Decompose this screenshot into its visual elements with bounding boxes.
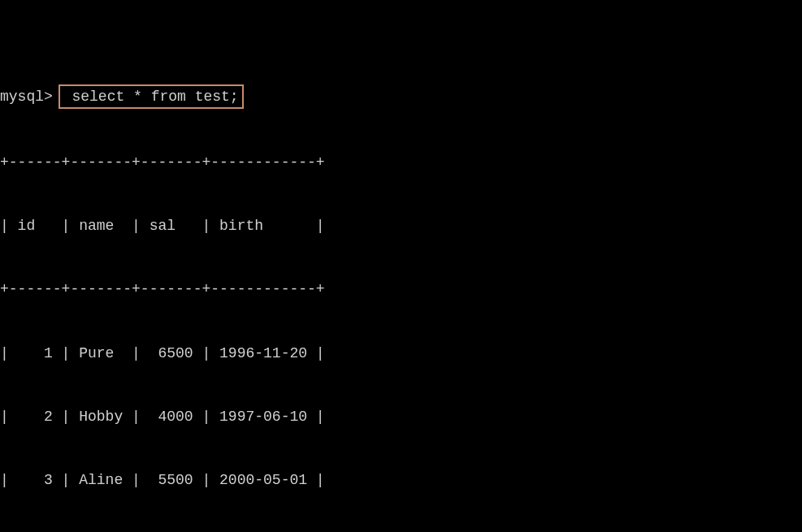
sql-command-select-all: select * from test;	[59, 84, 244, 109]
table-border: +------+-------+-------+------------+	[0, 279, 802, 300]
table-row: | 2 | Hobby | 4000 | 1997-06-10 |	[0, 406, 802, 427]
mysql-prompt: mysql>	[0, 89, 53, 105]
table-header: | id | name | sal | birth |	[0, 215, 802, 236]
terminal-output: mysql> select * from test; +------+-----…	[0, 0, 802, 532]
table-row: | 1 | Pure | 6500 | 1996-11-20 |	[0, 343, 802, 364]
table-border: +------+-------+-------+------------+	[0, 152, 802, 173]
table-row: | 3 | Aline | 5500 | 2000-05-01 |	[0, 469, 802, 491]
